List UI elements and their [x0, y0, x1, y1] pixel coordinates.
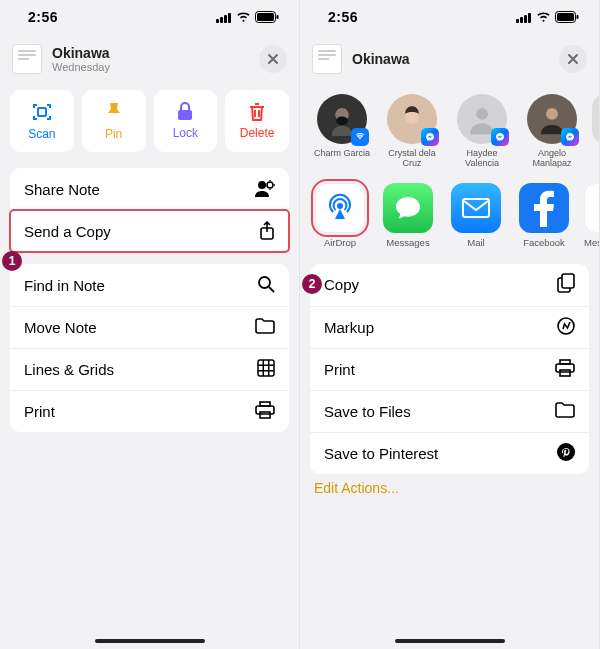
contact-charm[interactable]: Charm Garcia: [312, 94, 372, 169]
print-row[interactable]: Print: [10, 390, 289, 432]
svg-point-10: [267, 182, 273, 188]
edit-actions-link[interactable]: Edit Actions...: [300, 480, 599, 496]
svg-rect-23: [577, 15, 579, 19]
status-time: 2:56: [28, 9, 58, 25]
contact-haydee[interactable]: Haydee Valencia: [452, 94, 512, 169]
messenger-badge-icon: [561, 128, 579, 146]
copy-row[interactable]: Copy: [310, 264, 589, 306]
sheet-header: Okinawa: [300, 34, 599, 84]
app-label: Facebook: [516, 237, 572, 248]
app-label: Messages: [380, 237, 436, 248]
send-copy-label: Send a Copy: [24, 223, 111, 240]
contact-name: Angelo Manlapaz: [522, 148, 582, 169]
send-copy-row[interactable]: Send a Copy: [10, 210, 289, 252]
save-files-row[interactable]: Save to Files: [310, 390, 589, 432]
pin-button[interactable]: Pin: [82, 90, 146, 152]
lock-label: Lock: [173, 126, 198, 140]
scan-button[interactable]: Scan: [10, 90, 74, 152]
save-pinterest-row[interactable]: Save to Pinterest: [310, 432, 589, 474]
share-icon: [259, 221, 275, 243]
app-mail[interactable]: Mail: [448, 183, 504, 248]
close-icon: [267, 53, 279, 65]
copy-icon: [557, 273, 575, 296]
printer-icon: [255, 401, 275, 422]
home-indicator[interactable]: [395, 639, 505, 643]
home-indicator[interactable]: [95, 639, 205, 643]
messages-icon: [383, 183, 433, 233]
contact-more[interactable]: [592, 94, 599, 169]
share-contacts: Charm Garcia Crystal dela Cruz Haydee Va…: [300, 84, 599, 179]
app-label: Mail: [448, 237, 504, 248]
app-facebook[interactable]: Facebook: [516, 183, 572, 248]
pinterest-icon: [557, 443, 575, 464]
share-note-label: Share Note: [24, 181, 100, 198]
note-title: Okinawa: [352, 51, 410, 67]
markup-icon: [557, 317, 575, 338]
contact-angelo[interactable]: Angelo Manlapaz: [522, 94, 582, 169]
status-bar: 2:56: [0, 0, 299, 34]
svg-rect-13: [258, 360, 274, 376]
delete-button[interactable]: Delete: [225, 90, 289, 152]
phone-left: 2:56 Okinawa Wednesday Scan: [0, 0, 300, 649]
airdrop-icon: [315, 183, 365, 233]
svg-point-12: [259, 277, 270, 288]
move-note-row[interactable]: Move Note: [10, 306, 289, 348]
share-apps: AirDrop Messages Mail Facebook: [300, 179, 599, 258]
svg-rect-8: [178, 110, 192, 120]
lines-grids-row[interactable]: Lines & Grids: [10, 348, 289, 390]
search-icon: [257, 275, 275, 296]
card-share: Share Note Send a Copy: [10, 168, 289, 252]
close-button[interactable]: [559, 45, 587, 73]
app-messages[interactable]: Messages: [380, 183, 436, 248]
svg-rect-19: [524, 15, 527, 23]
lock-button[interactable]: Lock: [154, 90, 218, 152]
app-label: AirDrop: [312, 237, 368, 248]
collaborate-icon: [255, 179, 275, 200]
pin-label: Pin: [105, 127, 122, 141]
mail-icon: [451, 183, 501, 233]
lines-label: Lines & Grids: [24, 361, 114, 378]
svg-rect-17: [516, 19, 519, 23]
status-indicators: [516, 11, 579, 23]
print-label-2: Print: [324, 361, 355, 378]
printer-icon: [555, 359, 575, 380]
svg-rect-2: [224, 15, 227, 23]
header-text: Okinawa Wednesday: [52, 45, 110, 73]
svg-point-28: [337, 203, 343, 209]
trash-icon: [248, 102, 266, 122]
svg-rect-34: [560, 370, 570, 376]
markup-row[interactable]: Markup: [310, 306, 589, 348]
status-time: 2:56: [328, 9, 358, 25]
lock-icon: [176, 102, 194, 122]
svg-rect-6: [277, 15, 279, 19]
close-button[interactable]: [259, 45, 287, 73]
folder-icon: [255, 318, 275, 337]
share-note-row[interactable]: Share Note: [10, 168, 289, 210]
contact-crystal[interactable]: Crystal dela Cruz: [382, 94, 442, 169]
header-text: Okinawa: [352, 51, 410, 67]
contact-name: Charm Garcia: [312, 148, 372, 158]
annotation-marker-1: 1: [2, 251, 22, 271]
app-airdrop[interactable]: AirDrop: [312, 183, 368, 248]
svg-rect-16: [260, 412, 270, 418]
app-label: Mes…: [584, 237, 599, 248]
app-messenger[interactable]: Mes…: [584, 183, 599, 248]
svg-rect-30: [562, 274, 574, 288]
messenger-icon: [584, 183, 599, 233]
card-share-actions: Copy Markup Print Save to Files: [310, 264, 589, 474]
svg-point-25: [336, 116, 348, 125]
svg-rect-1: [220, 17, 223, 23]
doc-thumbnail-icon: [12, 44, 42, 74]
scan-label: Scan: [28, 127, 55, 141]
svg-rect-5: [257, 13, 274, 21]
print-row-2[interactable]: Print: [310, 348, 589, 390]
svg-point-9: [258, 181, 266, 189]
sheet-header: Okinawa Wednesday: [0, 34, 299, 84]
note-subtitle: Wednesday: [52, 61, 110, 73]
contact-name: Haydee Valencia: [452, 148, 512, 169]
annotation-marker-2: 2: [302, 274, 322, 294]
svg-rect-22: [557, 13, 574, 21]
find-note-row[interactable]: Find in Note: [10, 264, 289, 306]
delete-label: Delete: [240, 126, 275, 140]
svg-point-35: [557, 443, 575, 461]
